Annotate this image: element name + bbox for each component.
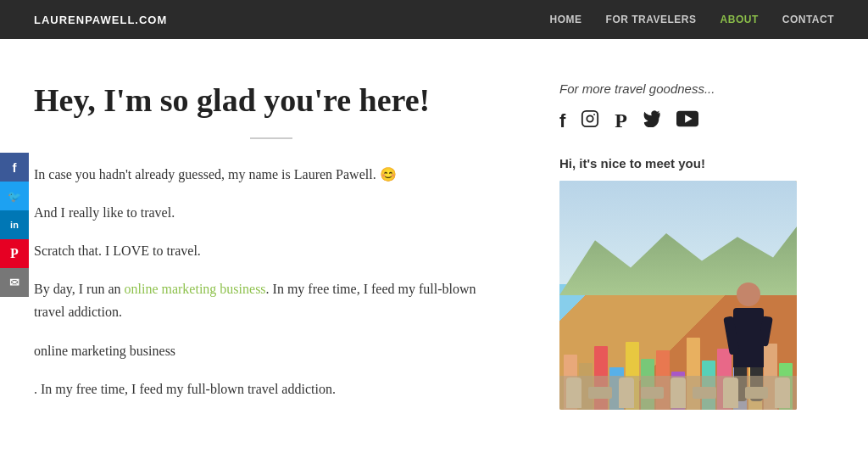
social-icons-row: f P	[559, 109, 797, 132]
paragraph-travel-1: And I really like to travel.	[34, 201, 509, 224]
paragraph-business: By day, I run an online marketing busine…	[34, 277, 509, 323]
site-logo[interactable]: LAURENPAWELL.COM	[34, 14, 167, 26]
sidebar-intro-heading: Hi, it's nice to meet you!	[559, 156, 797, 171]
sidebar-twitter-icon[interactable]	[643, 110, 661, 131]
svg-rect-0	[582, 111, 598, 126]
paragraph-how: . In my free time, I feed my full-blown …	[34, 378, 509, 400]
nav-about[interactable]: ABOUT	[721, 14, 759, 25]
page-content: Hey, I'm so glad you're here! In case yo…	[0, 39, 868, 441]
sidebar-facebook-button[interactable]: f	[0, 153, 29, 182]
facebook-icon: f	[13, 160, 17, 175]
paragraph-travel-2: Scratch that. I LOVE to travel.	[34, 239, 509, 262]
sidebar-facebook-icon[interactable]: f	[559, 110, 565, 132]
paragraph-help: online marketing business	[34, 339, 509, 362]
sidebar-email-button[interactable]: ✉	[0, 268, 29, 297]
linkedin-icon: in	[10, 220, 19, 230]
sidebar-tagline: For more travel goodness...	[559, 81, 797, 96]
nav-for-travelers[interactable]: FOR TRAVELERS	[606, 14, 697, 25]
sidebar-instagram-icon[interactable]	[581, 109, 599, 132]
nav-contact[interactable]: CONTACT	[782, 14, 834, 25]
main-nav: HOME FOR TRAVELERS ABOUT CONTACT	[550, 14, 834, 25]
twitter-icon: 🐦	[8, 190, 21, 203]
main-content: Hey, I'm so glad you're here! In case yo…	[34, 81, 509, 416]
sidebar-pinterest-icon[interactable]: P	[615, 109, 627, 132]
svg-point-2	[593, 114, 595, 115]
pinterest-icon: P	[10, 246, 19, 261]
sidebar-twitter-button[interactable]: 🐦	[0, 182, 29, 210]
photo-railing	[559, 376, 797, 410]
title-divider	[250, 137, 292, 139]
nav-home[interactable]: HOME	[550, 14, 582, 25]
svg-point-1	[587, 115, 593, 121]
paragraph-intro: In case you hadn't already guessed, my n…	[34, 163, 509, 186]
emoji-smiley: 😊	[380, 167, 397, 182]
main-body: In case you hadn't already guessed, my n…	[34, 163, 509, 400]
email-icon: ✉	[9, 276, 19, 290]
intro-text: In case you hadn't already guessed, my n…	[34, 167, 397, 182]
page-title: Hey, I'm so glad you're here!	[34, 81, 509, 120]
online-marketing-link[interactable]: online marketing business	[125, 282, 266, 296]
right-sidebar: For more travel goodness... f P	[559, 81, 797, 416]
sidebar-pinterest-button[interactable]: P	[0, 239, 29, 268]
person-head	[737, 282, 760, 306]
social-sidebar-left: f 🐦 in P ✉	[0, 153, 29, 297]
sidebar-youtube-icon[interactable]	[676, 110, 698, 131]
person-body	[733, 308, 764, 367]
sidebar-linkedin-button[interactable]: in	[0, 210, 29, 239]
site-header: LAURENPAWELL.COM HOME FOR TRAVELERS ABOU…	[0, 0, 868, 39]
sidebar-author-photo	[559, 181, 797, 410]
